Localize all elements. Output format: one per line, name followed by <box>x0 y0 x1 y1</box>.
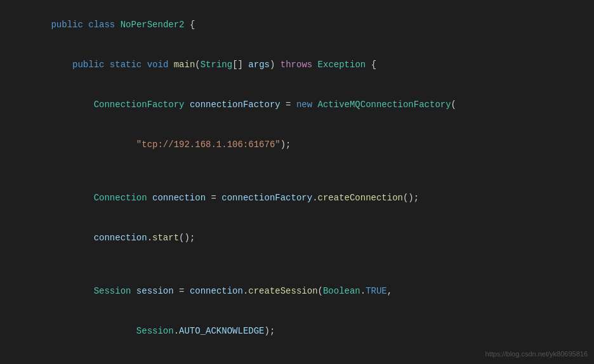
code-content <box>19 165 24 178</box>
code-content: ConnectionFactory connectionFactory = ne… <box>19 85 456 125</box>
code-content: Connection connection = connectionFactor… <box>19 178 419 218</box>
code-line-3: ConnectionFactory connectionFactory = ne… <box>0 85 594 125</box>
watermark: https://blog.csdn.net/yk80695816 <box>485 350 588 358</box>
code-line-9: Session session = connection.createSessi… <box>0 271 594 311</box>
code-content: Session session = connection.createSessi… <box>19 271 392 311</box>
code-line-1: public class NoPerSender2 { <box>0 5 594 45</box>
code-line-7: connection.start(); <box>0 218 594 258</box>
code-line-2: public static void main(String[] args) t… <box>0 45 594 85</box>
code-line-10: Session.AUTO_ACKNOWLEDGE); <box>0 311 594 351</box>
code-content <box>19 258 24 271</box>
code-content: public static void main(String[] args) t… <box>19 45 376 85</box>
code-line-blank1 <box>0 165 594 178</box>
code-content <box>19 351 24 364</box>
code-editor: public class NoPerSender2 { public stati… <box>0 0 594 364</box>
code-content: Session.AUTO_ACKNOWLEDGE); <box>19 311 275 351</box>
code-line-6: Connection connection = connectionFactor… <box>0 178 594 218</box>
code-line-4: "tcp://192.168.1.106:61676"); <box>0 125 594 165</box>
code-content: connection.start(); <box>19 218 195 258</box>
code-content: "tcp://192.168.1.106:61676"); <box>19 125 291 165</box>
code-content: public class NoPerSender2 { <box>19 5 195 45</box>
code-line-blank2 <box>0 258 594 271</box>
